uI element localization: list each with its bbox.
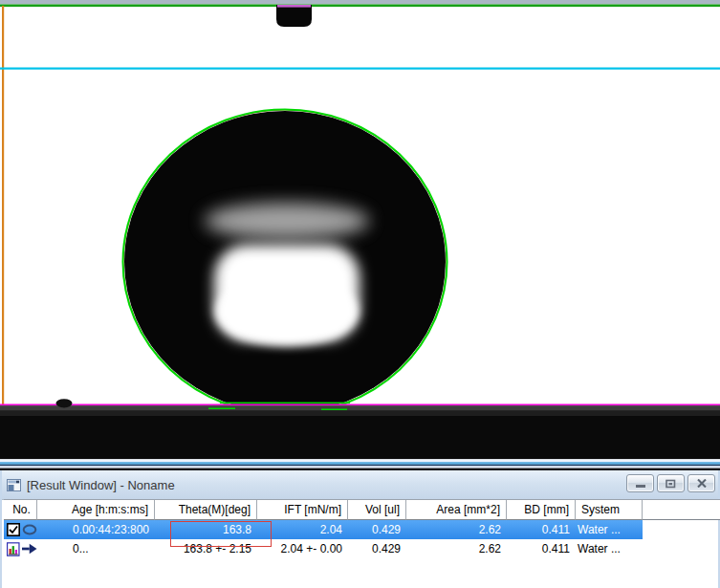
close-icon — [697, 479, 707, 488]
cell-vol: 0.429 — [348, 523, 406, 536]
restore-button[interactable] — [657, 474, 685, 492]
droplet-highlight-lower — [216, 277, 358, 346]
header-filler — [643, 500, 720, 520]
droplet-upper-glow — [205, 203, 369, 239]
cell-no: 0... — [73, 542, 89, 555]
window-title: [Result Window] - Noname — [27, 478, 175, 492]
contact-angle-app: [Result Window] - Noname — [0, 0, 720, 588]
cell-theta: 163.8 +- 2.15 — [155, 542, 257, 555]
cell-system: Water ... — [576, 523, 643, 536]
arrow-right-icon — [22, 543, 37, 555]
cell-bd: 0.411 — [507, 542, 576, 555]
statistics-chart-icon — [7, 542, 20, 556]
results-table: No. Age [h:m:s:ms] Theta(M)[deg] IFT [mN… — [4, 499, 720, 558]
header-bd[interactable]: BD [mm] — [507, 500, 576, 520]
cell-system: Water ... — [576, 542, 643, 555]
header-theta[interactable]: Theta(M)[deg] — [155, 500, 257, 520]
droplet — [123, 110, 447, 415]
substrate-texture — [0, 405, 720, 410]
substrate-texture-2 — [0, 410, 720, 416]
header-vol[interactable]: Vol [ul] — [348, 500, 406, 520]
cell-theta: 163.8 — [155, 523, 257, 536]
contour-step-right — [321, 409, 347, 411]
cell-ift: 2.04 — [257, 523, 348, 536]
contour-step-left — [208, 408, 235, 410]
header-no[interactable]: No. — [4, 500, 37, 520]
cell-area: 2.62 — [406, 523, 507, 536]
cell-area: 2.62 — [406, 542, 507, 555]
minimize-button[interactable] — [626, 474, 654, 492]
restore-icon — [665, 479, 676, 489]
level-line — [0, 68, 720, 70]
result-window-titlebar[interactable]: [Result Window] - Noname — [2, 470, 718, 500]
ellipse-method-icon — [22, 524, 37, 535]
cell-age: 0... 00:44:23:800 — [37, 523, 155, 536]
cell-ift: 2.04 +- 0.00 — [257, 542, 348, 555]
camera-view — [0, 0, 720, 470]
header-area[interactable]: Area [mm*2] — [406, 500, 507, 520]
needle-marker-line — [277, 5, 311, 8]
header-system[interactable]: System — [576, 500, 643, 520]
cell-bd: 0.411 — [507, 523, 576, 536]
left-edge-line — [2, 6, 4, 404]
close-button[interactable] — [687, 474, 715, 492]
video-frame-navy — [0, 465, 720, 467]
header-ift[interactable]: IFT [mN/m] — [257, 500, 348, 520]
table-row-mean[interactable]: 0... 163.8 +- 2.15 2.04 +- 0.00 0.429 2.… — [4, 539, 720, 558]
row2-icons — [4, 542, 37, 556]
top-band — [0, 0, 720, 5]
cell-vol: 0.429 — [348, 542, 406, 555]
cell-no: 0... — [73, 523, 89, 536]
surface-bump — [56, 399, 73, 407]
needle-tip — [276, 5, 312, 27]
row1-icons — [4, 523, 37, 536]
window-icon — [7, 479, 21, 491]
top-reference-line — [0, 5, 720, 8]
table-header-row: No. Age [h:m:s:ms] Theta(M)[deg] IFT [mN… — [4, 499, 720, 520]
table-row-selected[interactable]: 0... 00:44:23:800 163.8 2.04 0.429 2.62 … — [4, 520, 720, 539]
video-frame-light — [0, 459, 720, 462]
contour-baseline-segment — [220, 403, 350, 404]
video-frame-blue — [0, 462, 720, 465]
result-window: [Result Window] - Noname — [0, 470, 720, 588]
checkbox-checked-icon[interactable] — [7, 523, 20, 536]
droplet-image — [0, 0, 720, 470]
minimize-icon — [636, 485, 645, 488]
baseline-line — [0, 404, 720, 406]
header-age[interactable]: Age [h:m:s:ms] — [37, 500, 155, 520]
video-frame-pale — [0, 466, 720, 468]
